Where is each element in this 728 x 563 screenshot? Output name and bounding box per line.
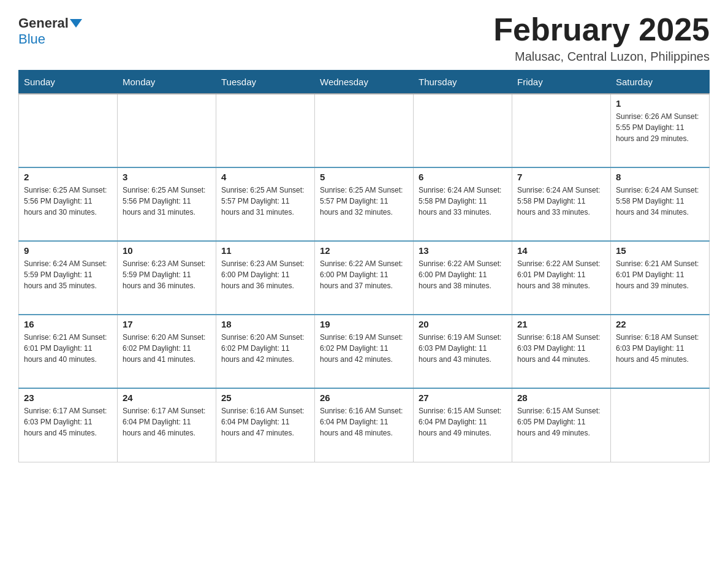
calendar-cell: 26Sunrise: 6:16 AM Sunset: 6:04 PM Dayli… bbox=[315, 388, 414, 462]
calendar-cell: 1Sunrise: 6:26 AM Sunset: 5:55 PM Daylig… bbox=[611, 94, 710, 167]
calendar-cell bbox=[216, 94, 315, 167]
weekday-header-monday: Monday bbox=[118, 71, 216, 94]
calendar-cell: 20Sunrise: 6:19 AM Sunset: 6:03 PM Dayli… bbox=[414, 315, 512, 388]
calendar-week-row: 2Sunrise: 6:25 AM Sunset: 5:56 PM Daylig… bbox=[19, 167, 710, 241]
weekday-header-thursday: Thursday bbox=[414, 71, 512, 94]
day-info: Sunrise: 6:16 AM Sunset: 6:04 PM Dayligh… bbox=[320, 405, 408, 439]
day-number: 7 bbox=[517, 172, 605, 182]
calendar-cell: 7Sunrise: 6:24 AM Sunset: 5:58 PM Daylig… bbox=[512, 167, 611, 241]
calendar-cell: 12Sunrise: 6:22 AM Sunset: 6:00 PM Dayli… bbox=[315, 241, 414, 315]
calendar-header-row: SundayMondayTuesdayWednesdayThursdayFrid… bbox=[19, 71, 710, 94]
location-text: Malusac, Central Luzon, Philippines bbox=[493, 50, 710, 64]
calendar-cell: 8Sunrise: 6:24 AM Sunset: 5:58 PM Daylig… bbox=[611, 167, 710, 241]
calendar-cell bbox=[611, 388, 710, 462]
day-number: 16 bbox=[24, 319, 112, 329]
day-number: 11 bbox=[221, 245, 309, 256]
day-info: Sunrise: 6:25 AM Sunset: 5:57 PM Dayligh… bbox=[320, 185, 408, 218]
logo-general-text: General bbox=[18, 15, 69, 31]
day-number: 21 bbox=[517, 319, 605, 329]
calendar-cell: 17Sunrise: 6:20 AM Sunset: 6:02 PM Dayli… bbox=[118, 315, 216, 388]
day-info: Sunrise: 6:25 AM Sunset: 5:56 PM Dayligh… bbox=[24, 185, 112, 218]
calendar-cell: 28Sunrise: 6:15 AM Sunset: 6:05 PM Dayli… bbox=[512, 388, 611, 462]
day-number: 14 bbox=[517, 245, 605, 256]
day-info: Sunrise: 6:17 AM Sunset: 6:04 PM Dayligh… bbox=[123, 405, 211, 439]
day-number: 9 bbox=[24, 245, 112, 256]
calendar-cell: 18Sunrise: 6:20 AM Sunset: 6:02 PM Dayli… bbox=[216, 315, 315, 388]
calendar-cell: 21Sunrise: 6:18 AM Sunset: 6:03 PM Dayli… bbox=[512, 315, 611, 388]
day-number: 20 bbox=[419, 319, 507, 329]
day-number: 24 bbox=[123, 393, 211, 403]
day-number: 19 bbox=[320, 319, 408, 329]
day-number: 15 bbox=[616, 245, 704, 256]
day-info: Sunrise: 6:16 AM Sunset: 6:04 PM Dayligh… bbox=[221, 405, 309, 439]
calendar-week-row: 16Sunrise: 6:21 AM Sunset: 6:01 PM Dayli… bbox=[19, 315, 710, 388]
day-number: 26 bbox=[320, 393, 408, 403]
day-info: Sunrise: 6:15 AM Sunset: 6:05 PM Dayligh… bbox=[517, 405, 605, 439]
calendar-cell: 2Sunrise: 6:25 AM Sunset: 5:56 PM Daylig… bbox=[19, 167, 118, 241]
calendar-cell bbox=[118, 94, 216, 167]
calendar-cell: 3Sunrise: 6:25 AM Sunset: 5:56 PM Daylig… bbox=[118, 167, 216, 241]
month-title: February 2025 bbox=[493, 12, 710, 47]
calendar-cell: 4Sunrise: 6:25 AM Sunset: 5:57 PM Daylig… bbox=[216, 167, 315, 241]
calendar-cell bbox=[19, 94, 118, 167]
calendar-cell: 16Sunrise: 6:21 AM Sunset: 6:01 PM Dayli… bbox=[19, 315, 118, 388]
page-header: General Blue February 2025 Malusac, Cent… bbox=[18, 12, 710, 64]
day-info: Sunrise: 6:25 AM Sunset: 5:56 PM Dayligh… bbox=[123, 185, 211, 218]
calendar-cell bbox=[414, 94, 512, 167]
day-number: 28 bbox=[517, 393, 605, 403]
day-number: 27 bbox=[419, 393, 507, 403]
calendar-cell: 13Sunrise: 6:22 AM Sunset: 6:00 PM Dayli… bbox=[414, 241, 512, 315]
day-info: Sunrise: 6:20 AM Sunset: 6:02 PM Dayligh… bbox=[221, 332, 309, 365]
calendar-cell: 15Sunrise: 6:21 AM Sunset: 6:01 PM Dayli… bbox=[611, 241, 710, 315]
day-info: Sunrise: 6:21 AM Sunset: 6:01 PM Dayligh… bbox=[24, 332, 112, 365]
weekday-header-wednesday: Wednesday bbox=[315, 71, 414, 94]
day-info: Sunrise: 6:21 AM Sunset: 6:01 PM Dayligh… bbox=[616, 258, 704, 291]
day-info: Sunrise: 6:26 AM Sunset: 5:55 PM Dayligh… bbox=[616, 111, 704, 144]
calendar-week-row: 9Sunrise: 6:24 AM Sunset: 5:59 PM Daylig… bbox=[19, 241, 710, 315]
day-number: 8 bbox=[616, 172, 704, 182]
calendar-cell: 9Sunrise: 6:24 AM Sunset: 5:59 PM Daylig… bbox=[19, 241, 118, 315]
day-number: 6 bbox=[419, 172, 507, 182]
day-info: Sunrise: 6:17 AM Sunset: 6:03 PM Dayligh… bbox=[24, 405, 112, 439]
day-info: Sunrise: 6:19 AM Sunset: 6:02 PM Dayligh… bbox=[320, 332, 408, 365]
day-number: 25 bbox=[221, 393, 309, 403]
logo: General Blue bbox=[18, 12, 83, 47]
day-info: Sunrise: 6:24 AM Sunset: 5:58 PM Dayligh… bbox=[517, 185, 605, 218]
day-info: Sunrise: 6:24 AM Sunset: 5:59 PM Dayligh… bbox=[24, 258, 112, 291]
day-number: 1 bbox=[616, 98, 704, 109]
day-info: Sunrise: 6:24 AM Sunset: 5:58 PM Dayligh… bbox=[419, 185, 507, 218]
calendar-cell: 11Sunrise: 6:23 AM Sunset: 6:00 PM Dayli… bbox=[216, 241, 315, 315]
day-info: Sunrise: 6:22 AM Sunset: 6:00 PM Dayligh… bbox=[320, 258, 408, 291]
calendar-week-row: 23Sunrise: 6:17 AM Sunset: 6:03 PM Dayli… bbox=[19, 388, 710, 462]
weekday-header-saturday: Saturday bbox=[611, 71, 710, 94]
calendar-cell: 27Sunrise: 6:15 AM Sunset: 6:04 PM Dayli… bbox=[414, 388, 512, 462]
calendar-cell: 10Sunrise: 6:23 AM Sunset: 5:59 PM Dayli… bbox=[118, 241, 216, 315]
day-info: Sunrise: 6:22 AM Sunset: 6:00 PM Dayligh… bbox=[419, 258, 507, 291]
calendar-cell: 6Sunrise: 6:24 AM Sunset: 5:58 PM Daylig… bbox=[414, 167, 512, 241]
calendar-cell bbox=[512, 94, 611, 167]
calendar-cell bbox=[315, 94, 414, 167]
calendar-table: SundayMondayTuesdayWednesdayThursdayFrid… bbox=[18, 70, 710, 462]
weekday-header-friday: Friday bbox=[512, 71, 611, 94]
day-info: Sunrise: 6:18 AM Sunset: 6:03 PM Dayligh… bbox=[517, 332, 605, 365]
day-info: Sunrise: 6:24 AM Sunset: 5:58 PM Dayligh… bbox=[616, 185, 704, 218]
calendar-cell: 23Sunrise: 6:17 AM Sunset: 6:03 PM Dayli… bbox=[19, 388, 118, 462]
logo-blue-text: Blue bbox=[18, 31, 45, 47]
day-number: 23 bbox=[24, 393, 112, 403]
day-info: Sunrise: 6:23 AM Sunset: 5:59 PM Dayligh… bbox=[123, 258, 211, 291]
day-number: 10 bbox=[123, 245, 211, 256]
day-info: Sunrise: 6:18 AM Sunset: 6:03 PM Dayligh… bbox=[616, 332, 704, 365]
calendar-cell: 5Sunrise: 6:25 AM Sunset: 5:57 PM Daylig… bbox=[315, 167, 414, 241]
calendar-cell: 25Sunrise: 6:16 AM Sunset: 6:04 PM Dayli… bbox=[216, 388, 315, 462]
day-info: Sunrise: 6:25 AM Sunset: 5:57 PM Dayligh… bbox=[221, 185, 309, 218]
day-number: 5 bbox=[320, 172, 408, 182]
day-number: 2 bbox=[24, 172, 112, 182]
calendar-cell: 22Sunrise: 6:18 AM Sunset: 6:03 PM Dayli… bbox=[611, 315, 710, 388]
day-number: 13 bbox=[419, 245, 507, 256]
day-info: Sunrise: 6:23 AM Sunset: 6:00 PM Dayligh… bbox=[221, 258, 309, 291]
day-number: 4 bbox=[221, 172, 309, 182]
day-info: Sunrise: 6:19 AM Sunset: 6:03 PM Dayligh… bbox=[419, 332, 507, 365]
calendar-cell: 24Sunrise: 6:17 AM Sunset: 6:04 PM Dayli… bbox=[118, 388, 216, 462]
weekday-header-tuesday: Tuesday bbox=[216, 71, 315, 94]
calendar-week-row: 1Sunrise: 6:26 AM Sunset: 5:55 PM Daylig… bbox=[19, 94, 710, 167]
